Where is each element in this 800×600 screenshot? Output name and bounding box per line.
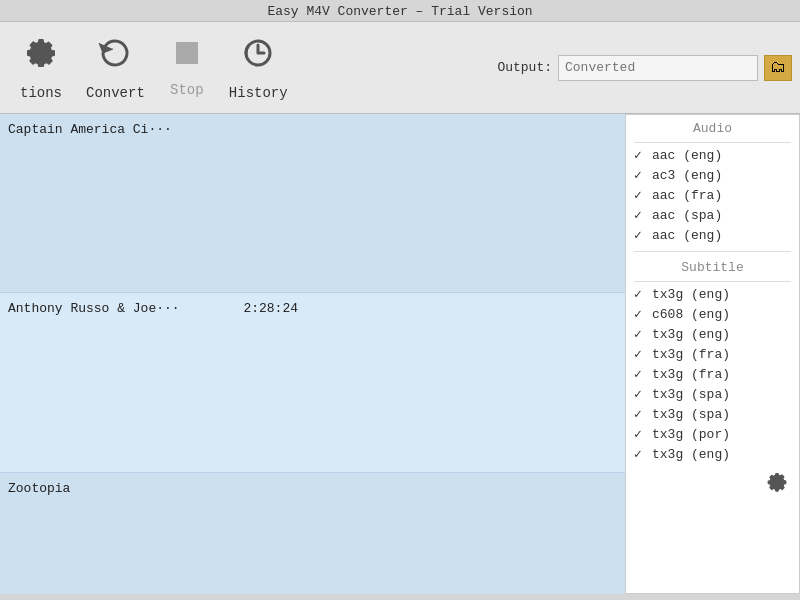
subtitle-item-text: c608 (eng)	[652, 307, 791, 322]
audio-item-text: aac (spa)	[652, 208, 791, 223]
history-button[interactable]: History	[217, 31, 300, 105]
check-icon: ✓	[634, 286, 652, 302]
check-icon: ✓	[634, 207, 652, 223]
convert-label: Convert	[86, 85, 145, 101]
subtitle-item[interactable]: ✓ tx3g (fra)	[626, 364, 799, 384]
subtitle-item-text: tx3g (por)	[652, 427, 791, 442]
subtitle-item[interactable]: ✓ tx3g (eng)	[626, 324, 799, 344]
file-name: Captain America Ci···	[8, 120, 228, 137]
folder-icon: 🗂	[770, 58, 786, 77]
gear-icon	[23, 35, 59, 81]
file-name: Anthony Russo & Joe···	[8, 299, 228, 316]
subtitle-item-text: tx3g (fra)	[652, 367, 791, 382]
subtitle-item[interactable]: ✓ tx3g (fra)	[626, 344, 799, 364]
check-icon: ✓	[634, 446, 652, 462]
check-icon: ✓	[634, 167, 652, 183]
subtitle-item[interactable]: ✓ tx3g (spa)	[626, 384, 799, 404]
output-area: Output: 🗂	[497, 55, 792, 81]
file-duration	[228, 120, 308, 122]
check-icon: ✓	[634, 326, 652, 342]
subtitle-item-text: tx3g (spa)	[652, 407, 791, 422]
title-text: Easy M4V Converter – Trial Version	[267, 4, 532, 19]
title-bar: Easy M4V Converter – Trial Version	[0, 0, 800, 22]
history-icon	[240, 35, 276, 81]
check-icon: ✓	[634, 306, 652, 322]
audio-section-title: Audio	[626, 115, 799, 140]
audio-item[interactable]: ✓ aac (spa)	[626, 205, 799, 225]
main-content: Captain America Ci··· Video Size: 720 x …	[0, 114, 800, 594]
check-icon: ✓	[634, 426, 652, 442]
subtitle-item[interactable]: ✓ tx3g (eng)	[626, 444, 799, 464]
subtitle-item[interactable]: ✓ c608 (eng)	[626, 304, 799, 324]
check-icon: ✓	[634, 346, 652, 362]
refresh-icon	[97, 35, 133, 81]
audio-item[interactable]: ✓ ac3 (eng)	[626, 165, 799, 185]
history-label: History	[229, 85, 288, 101]
svg-rect-0	[176, 42, 198, 64]
subtitle-item[interactable]: ✓ tx3g (spa)	[626, 404, 799, 424]
check-icon: ✓	[634, 227, 652, 243]
stop-label: Stop	[170, 82, 204, 98]
stop-button[interactable]: Stop	[157, 34, 217, 102]
check-icon: ✓	[634, 366, 652, 382]
audio-item[interactable]: ✓ aac (eng)	[626, 145, 799, 165]
settings-icon[interactable]	[765, 470, 789, 501]
subtitle-item-text: tx3g (eng)	[652, 327, 791, 342]
check-icon: ✓	[634, 386, 652, 402]
output-input[interactable]	[558, 55, 758, 81]
check-icon: ✓	[634, 147, 652, 163]
file-duration: 2:28:24	[228, 299, 308, 316]
stop-icon	[172, 38, 202, 78]
toolbar: tions Convert Stop History	[0, 22, 800, 114]
dropdown-panel: Audio ✓ aac (eng) ✓ ac3 (eng) ✓ aac (fra…	[625, 114, 800, 594]
subtitle-item[interactable]: ✓ tx3g (por)	[626, 424, 799, 444]
audio-item-text: aac (fra)	[652, 188, 791, 203]
file-name: Zootopia	[8, 479, 228, 496]
check-icon: ✓	[634, 406, 652, 422]
output-label: Output:	[497, 60, 552, 75]
check-icon: ✓	[634, 187, 652, 203]
subtitle-item-text: tx3g (eng)	[652, 447, 791, 462]
file-duration	[228, 479, 308, 481]
subtitle-item-text: tx3g (fra)	[652, 347, 791, 362]
audio-item[interactable]: ✓ aac (fra)	[626, 185, 799, 205]
folder-button[interactable]: 🗂	[764, 55, 792, 81]
subtitle-item-text: tx3g (spa)	[652, 387, 791, 402]
actions-button[interactable]: tions	[8, 31, 74, 105]
audio-item[interactable]: ✓ aac (eng)	[626, 225, 799, 245]
audio-item-text: ac3 (eng)	[652, 168, 791, 183]
subtitle-item-text: tx3g (eng)	[652, 287, 791, 302]
gear-row	[626, 464, 799, 507]
subtitle-section-title: Subtitle	[626, 254, 799, 279]
audio-item-text: aac (eng)	[652, 148, 791, 163]
subtitle-item[interactable]: ✓ tx3g (eng)	[626, 284, 799, 304]
actions-label: tions	[20, 85, 62, 101]
audio-item-text: aac (eng)	[652, 228, 791, 243]
convert-button[interactable]: Convert	[74, 31, 157, 105]
